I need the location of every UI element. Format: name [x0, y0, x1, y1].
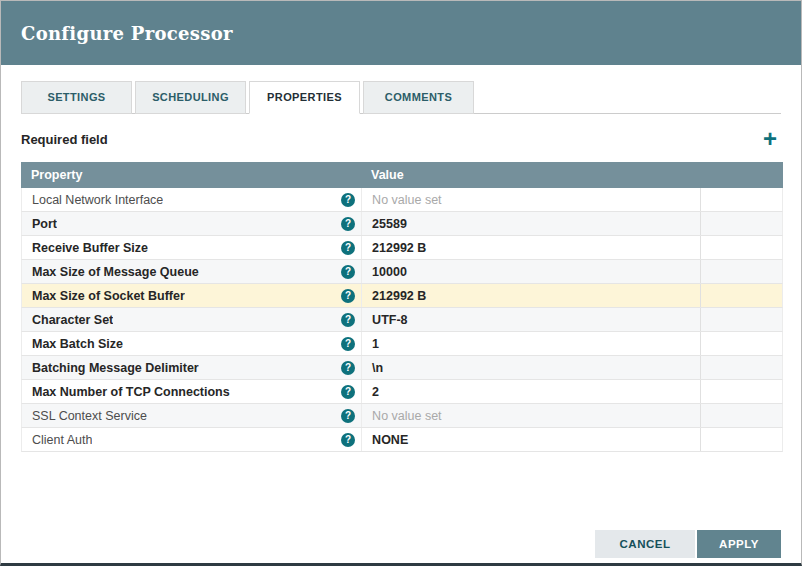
help-icon[interactable]: ?: [341, 217, 355, 231]
row-actions-cell: [700, 356, 782, 379]
property-cell: Max Size of Message Queue?: [22, 260, 361, 283]
property-value[interactable]: No value set: [361, 404, 700, 427]
add-property-button[interactable]: +: [759, 128, 781, 150]
property-cell: Max Size of Socket Buffer?: [22, 284, 361, 307]
row-actions-cell: [700, 332, 782, 355]
required-field-label: Required field: [21, 132, 108, 147]
table-row[interactable]: SSL Context Service?No value set: [21, 404, 783, 428]
dialog-title: Configure Processor: [21, 23, 233, 44]
row-actions-cell: [700, 236, 782, 259]
row-actions-cell: [700, 308, 782, 331]
tab-bar: SETTINGSSCHEDULINGPROPERTIESCOMMENTS: [21, 81, 781, 114]
help-icon[interactable]: ?: [341, 313, 355, 327]
property-cell: Local Network Interface?: [22, 188, 361, 211]
dialog-body: SETTINGSSCHEDULINGPROPERTIESCOMMENTS Req…: [1, 65, 801, 530]
help-icon[interactable]: ?: [341, 265, 355, 279]
table-row[interactable]: Max Size of Message Queue?10000: [21, 260, 783, 284]
property-value[interactable]: No value set: [361, 188, 700, 211]
property-value[interactable]: UTF-8: [361, 308, 700, 331]
property-cell: SSL Context Service?: [22, 404, 361, 427]
table-row[interactable]: Client Auth?NONE: [21, 428, 783, 452]
property-cell: Receive Buffer Size?: [22, 236, 361, 259]
property-name: Character Set: [32, 313, 113, 327]
property-cell: Max Batch Size?: [22, 332, 361, 355]
property-value[interactable]: 212992 B: [361, 236, 700, 259]
row-actions-cell: [700, 212, 782, 235]
property-value[interactable]: NONE: [361, 428, 700, 451]
tab-scheduling[interactable]: SCHEDULING: [135, 81, 246, 114]
dialog-footer: CANCEL APPLY: [1, 530, 801, 563]
property-name: Max Number of TCP Connections: [32, 385, 230, 399]
column-header-value: Value: [361, 168, 701, 182]
table-body: Local Network Interface?No value setPort…: [21, 188, 783, 452]
help-icon[interactable]: ?: [341, 409, 355, 423]
help-icon[interactable]: ?: [341, 337, 355, 351]
property-cell: Client Auth?: [22, 428, 361, 451]
properties-table: Property Value Local Network Interface?N…: [21, 162, 783, 452]
property-name: Port: [32, 217, 57, 231]
row-actions-cell: [700, 404, 782, 427]
row-actions-cell: [700, 188, 782, 211]
property-name: Max Size of Socket Buffer: [32, 289, 185, 303]
row-actions-cell: [700, 260, 782, 283]
property-name: Receive Buffer Size: [32, 241, 148, 255]
help-icon[interactable]: ?: [341, 289, 355, 303]
property-cell: Batching Message Delimiter?: [22, 356, 361, 379]
table-row[interactable]: Batching Message Delimiter?\n: [21, 356, 783, 380]
property-name: Batching Message Delimiter: [32, 361, 199, 375]
tab-settings[interactable]: SETTINGS: [21, 81, 132, 114]
property-value[interactable]: 2: [361, 380, 700, 403]
property-name: Local Network Interface: [32, 193, 163, 207]
configure-processor-dialog: Configure Processor SETTINGSSCHEDULINGPR…: [0, 0, 802, 566]
help-icon[interactable]: ?: [341, 241, 355, 255]
properties-toolbar: Required field +: [21, 124, 781, 154]
table-row[interactable]: Max Number of TCP Connections?2: [21, 380, 783, 404]
tab-comments[interactable]: COMMENTS: [363, 81, 474, 114]
property-cell: Character Set?: [22, 308, 361, 331]
column-header-property: Property: [21, 168, 361, 182]
dialog-header: Configure Processor: [1, 1, 801, 65]
row-actions-cell: [700, 284, 782, 307]
property-value[interactable]: 1: [361, 332, 700, 355]
property-value[interactable]: 10000: [361, 260, 700, 283]
table-row[interactable]: Port?25589: [21, 212, 783, 236]
cancel-button[interactable]: CANCEL: [595, 530, 695, 558]
table-row[interactable]: Max Size of Socket Buffer?212992 B: [21, 284, 783, 308]
property-cell: Port?: [22, 212, 361, 235]
table-header-row: Property Value: [21, 162, 783, 188]
table-row[interactable]: Character Set?UTF-8: [21, 308, 783, 332]
property-value[interactable]: 212992 B: [361, 284, 700, 307]
row-actions-cell: [700, 428, 782, 451]
table-row[interactable]: Receive Buffer Size?212992 B: [21, 236, 783, 260]
property-value[interactable]: 25589: [361, 212, 700, 235]
property-cell: Max Number of TCP Connections?: [22, 380, 361, 403]
apply-button[interactable]: APPLY: [697, 530, 781, 558]
row-actions-cell: [700, 380, 782, 403]
tab-properties[interactable]: PROPERTIES: [249, 81, 360, 114]
property-value[interactable]: \n: [361, 356, 700, 379]
property-name: Max Batch Size: [32, 337, 123, 351]
help-icon[interactable]: ?: [341, 361, 355, 375]
table-row[interactable]: Max Batch Size?1: [21, 332, 783, 356]
property-name: SSL Context Service: [32, 409, 147, 423]
help-icon[interactable]: ?: [341, 385, 355, 399]
table-row[interactable]: Local Network Interface?No value set: [21, 188, 783, 212]
property-name: Client Auth: [32, 433, 92, 447]
help-icon[interactable]: ?: [341, 433, 355, 447]
plus-icon: +: [763, 125, 777, 152]
help-icon[interactable]: ?: [341, 193, 355, 207]
property-name: Max Size of Message Queue: [32, 265, 199, 279]
